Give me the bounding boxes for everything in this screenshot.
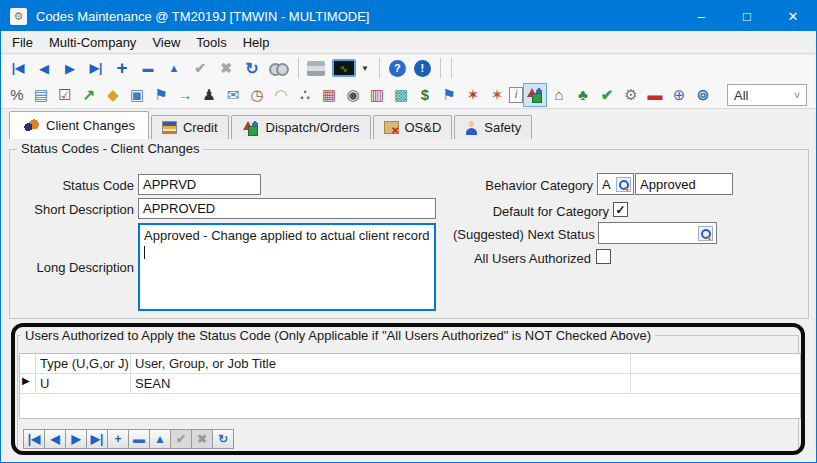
info-doc-icon[interactable]: i	[509, 87, 523, 103]
delete-record-icon[interactable]: ▬	[135, 56, 161, 80]
app-icon: ⚙	[10, 8, 27, 25]
insert-card-icon[interactable]: →	[173, 83, 197, 107]
menu-item-help[interactable]: Help	[235, 32, 278, 53]
post-edit-icon[interactable]: ✔	[187, 56, 213, 80]
tab-client-changes[interactable]: Client Changes	[9, 111, 149, 139]
gold-cube-icon[interactable]: ◆	[101, 83, 125, 107]
about-icon[interactable]: !	[414, 60, 431, 77]
menu-item-view[interactable]: View	[144, 32, 188, 53]
safety-person-icon	[465, 121, 478, 135]
row-marker: ▶	[20, 374, 36, 393]
next-status-lookup-icon[interactable]	[698, 226, 713, 241]
authorized-users-table: Type (U,G,or J) User, Group, or Job Titl…	[19, 353, 801, 419]
menu-item-file[interactable]: File	[4, 32, 41, 53]
close-button[interactable]: ✕	[770, 1, 816, 31]
tab-os-d[interactable]: OS&D	[373, 115, 453, 139]
globe-icon[interactable]: ⊚	[691, 83, 715, 107]
cancel-edit-icon[interactable]: ✖	[213, 56, 239, 80]
network-delete-icon[interactable]: ✶	[461, 83, 485, 107]
status-shapes-icon	[526, 86, 544, 104]
filter-dropdown[interactable]: All ˅	[727, 84, 807, 106]
colored-cube-icon[interactable]: ▩	[389, 83, 413, 107]
edit-record-icon[interactable]: ▲	[161, 56, 187, 80]
add-row-icon[interactable]: +	[107, 429, 129, 449]
long-description-label: Long Description	[21, 260, 134, 275]
all-users-authorized-label: All Users Authorized	[453, 251, 591, 266]
print-icon[interactable]	[307, 61, 325, 76]
add-record-icon[interactable]: +	[109, 56, 135, 80]
behavior-category-code-input[interactable]: A	[597, 173, 634, 195]
minimize-button[interactable]: –	[678, 1, 724, 31]
tab-dispatch-orders[interactable]: Dispatch/Orders	[231, 115, 371, 139]
org-chart-icon[interactable]: ∴	[293, 83, 317, 107]
mail-check-icon[interactable]: ✉	[221, 83, 245, 107]
approve-icon[interactable]: ✔	[595, 83, 619, 107]
menu-item-multi-company[interactable]: Multi-Company	[41, 32, 144, 53]
filler-cell	[631, 374, 800, 393]
next-record-icon[interactable]: ▶	[57, 56, 83, 80]
table-row[interactable]: ▶USEAN	[20, 374, 800, 394]
calendar-icon[interactable]: ▦	[317, 83, 341, 107]
last-record-icon[interactable]: ▶|	[83, 56, 109, 80]
compass-icon[interactable]: ⊕	[667, 83, 691, 107]
monitor-view-icon[interactable]: ∿	[332, 59, 356, 77]
record-navigation-toolbar: |◀◀▶▶|+▬▲✔✖↻∿▼?!	[1, 55, 816, 81]
register-icon[interactable]: ▥	[365, 83, 389, 107]
refresh-icon[interactable]: ↻	[239, 56, 265, 80]
status-shapes-icon[interactable]	[523, 83, 547, 107]
first-record-icon[interactable]: |◀	[5, 56, 31, 80]
post-row-icon[interactable]: ✔	[170, 429, 192, 449]
maximize-button[interactable]: □	[724, 1, 770, 31]
filter-dropdown-value: All	[734, 88, 748, 103]
chart-up-icon[interactable]: ↗	[77, 83, 101, 107]
copy-check-icon[interactable]: ▣	[125, 83, 149, 107]
status-code-input[interactable]: APPRVD	[138, 174, 261, 195]
behavior-category-lookup-icon[interactable]	[616, 177, 631, 192]
title-bar: ⚙ Codes Maintenance @ TM2019J [TMWIN - M…	[1, 1, 816, 31]
camera-icon[interactable]: ◉	[341, 83, 365, 107]
all-users-authorized-checkbox[interactable]	[596, 249, 611, 264]
refresh-rows-icon[interactable]: ↻	[212, 429, 234, 449]
status-codes-group-title: Status Codes - Client Changes	[17, 141, 203, 156]
last-row-icon[interactable]: ▶|	[86, 429, 108, 449]
find-icon[interactable]	[268, 61, 290, 75]
previous-record-icon[interactable]: ◀	[31, 56, 57, 80]
tree-icon[interactable]: ♣	[571, 83, 595, 107]
toolbar-separator	[298, 58, 299, 78]
menu-bar: FileMulti-CompanyViewToolsHelp	[1, 31, 816, 54]
next-status-input[interactable]	[598, 222, 717, 244]
home-icon[interactable]: ⌂	[547, 83, 571, 107]
tab-label: Client Changes	[46, 118, 135, 133]
short-description-input[interactable]: APPROVED	[138, 198, 436, 219]
network-icon[interactable]: ✶	[485, 83, 509, 107]
menu-item-tools[interactable]: Tools	[188, 32, 234, 53]
credit-icon	[162, 121, 177, 134]
behavior-category-description-value: Approved	[640, 177, 696, 192]
help-icon[interactable]: ?	[389, 60, 406, 77]
type-column-header: Type (U,G,or J)	[36, 354, 131, 373]
invoice-icon[interactable]: $	[413, 83, 437, 107]
gears-icon[interactable]: ⚙	[619, 83, 643, 107]
flag-icon[interactable]: ⚑	[149, 83, 173, 107]
next-row-icon[interactable]: ▶	[65, 429, 87, 449]
flag-blue-icon[interactable]: ⚑	[437, 83, 461, 107]
status-code-label: Status Code	[21, 178, 134, 193]
delete-row-icon[interactable]: ▬	[128, 429, 150, 449]
monitor-dropdown-icon[interactable]: ▼	[356, 64, 374, 73]
edit-row-icon[interactable]: ▲	[149, 429, 171, 449]
tab-safety[interactable]: Safety	[454, 115, 532, 139]
previous-row-icon[interactable]: ◀	[44, 429, 66, 449]
gauge-icon[interactable]: ◷	[245, 83, 269, 107]
person-icon[interactable]: ♟	[197, 83, 221, 107]
long-description-textarea[interactable]: Approved - Change applied to actual clie…	[138, 223, 436, 311]
cancel-row-icon[interactable]: ✖	[191, 429, 213, 449]
first-row-icon[interactable]: |◀	[23, 429, 45, 449]
tab-credit[interactable]: Credit	[151, 115, 229, 139]
status-code-value: APPRVD	[143, 177, 196, 192]
percent-icon[interactable]: %	[5, 83, 29, 107]
strap-icon[interactable]: ◠	[269, 83, 293, 107]
checklist-icon[interactable]: ☑	[53, 83, 77, 107]
car-icon[interactable]: ▬	[643, 83, 667, 107]
notes-icon[interactable]: ▤	[29, 83, 53, 107]
default-for-category-checkbox[interactable]: ✓	[613, 202, 628, 217]
